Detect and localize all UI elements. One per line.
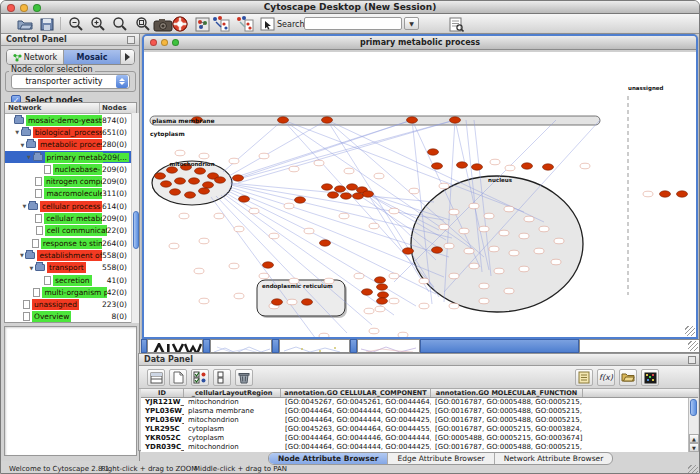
select-attributes-icon[interactable] xyxy=(191,369,209,386)
node[interactable] xyxy=(489,246,499,252)
edge[interactable] xyxy=(231,120,455,181)
node[interactable] xyxy=(499,230,509,236)
node-selected-red[interactable] xyxy=(263,262,274,268)
node[interactable] xyxy=(175,150,185,156)
node-selected-red[interactable] xyxy=(189,178,200,184)
node[interactable] xyxy=(389,273,399,279)
background-window-edge[interactable] xyxy=(420,339,579,353)
unselect-attributes-icon[interactable] xyxy=(213,369,231,386)
node-selected-red[interactable] xyxy=(161,181,172,187)
tab-scroll-right-button[interactable] xyxy=(121,50,134,64)
node[interactable] xyxy=(479,226,489,232)
table-scrollbar-thumb[interactable] xyxy=(690,399,697,416)
node-selected-red[interactable] xyxy=(362,289,373,295)
node-selected-red[interactable] xyxy=(185,192,196,198)
node[interactable] xyxy=(509,250,519,256)
node[interactable] xyxy=(524,216,534,222)
tree-item-macromolecule[interactable]: macromolecule311(0) xyxy=(5,188,136,200)
node-selected-red[interactable] xyxy=(407,117,418,123)
node-selected-red[interactable] xyxy=(295,197,306,203)
node-selected-red[interactable] xyxy=(353,193,364,199)
annotation-icon[interactable] xyxy=(258,15,276,33)
node[interactable] xyxy=(439,183,449,189)
node[interactable] xyxy=(464,248,474,254)
formula-builder-icon[interactable]: f(x) xyxy=(597,369,615,386)
view-resize-grip[interactable] xyxy=(685,326,695,336)
tree-item-cellular-metabo[interactable]: cellular metabo209(0) xyxy=(5,212,136,224)
node-selected-red[interactable] xyxy=(203,182,214,188)
node-selected-red[interactable] xyxy=(677,191,688,197)
tree-item-biological-process[interactable]: ▼biological_process651(0) xyxy=(5,126,136,138)
node[interactable] xyxy=(479,298,489,304)
background-window-1[interactable] xyxy=(210,339,272,353)
node[interactable] xyxy=(169,243,179,249)
node-selected-red[interactable] xyxy=(175,178,186,184)
background-window-4[interactable] xyxy=(579,339,700,353)
node[interactable] xyxy=(504,206,514,212)
expander-icon[interactable]: ▼ xyxy=(21,203,28,209)
save-session-icon[interactable] xyxy=(38,15,56,33)
node[interactable] xyxy=(344,168,354,174)
node-selected-red[interactable] xyxy=(660,191,671,197)
node-selected-red[interactable] xyxy=(335,186,346,192)
table-scrollbar[interactable]: ▲ ▼ xyxy=(688,398,698,452)
node-selected-red[interactable] xyxy=(195,168,206,174)
scroll-down-arrow[interactable]: ▼ xyxy=(689,443,699,452)
node[interactable] xyxy=(419,278,429,284)
node-selected-red[interactable] xyxy=(302,299,313,305)
node-selected-red[interactable] xyxy=(377,298,388,304)
tree-item-unassigned[interactable]: unassigned223(0) xyxy=(5,298,136,310)
tree-item-mosaic-demo-yeast[interactable]: mosaic-demo-yeast874(0) xyxy=(5,114,136,126)
node[interactable] xyxy=(199,238,209,244)
column-header[interactable]: annotation.GO CELLULAR_COMPONENT xyxy=(281,389,431,397)
node[interactable] xyxy=(469,203,479,209)
search-input[interactable] xyxy=(304,17,402,30)
node[interactable] xyxy=(234,226,244,232)
node[interactable] xyxy=(449,303,459,309)
node[interactable] xyxy=(554,238,564,244)
edge[interactable] xyxy=(229,120,327,176)
search-options-icon[interactable] xyxy=(447,15,465,33)
node[interactable] xyxy=(439,224,449,230)
column-header[interactable]: ID xyxy=(141,389,184,397)
help-icon[interactable] xyxy=(171,15,189,33)
node[interactable] xyxy=(249,208,259,214)
node-selected-red[interactable] xyxy=(328,192,339,198)
expander-icon[interactable]: ▼ xyxy=(28,265,35,271)
node[interactable] xyxy=(259,153,269,159)
background-window-edge[interactable] xyxy=(350,339,357,353)
node-selected-red[interactable] xyxy=(320,240,331,246)
table-row[interactable]: YPL036W__1mitochondrion[GO:0044464, GO:0… xyxy=(141,416,698,425)
tree-item-overview[interactable]: Overview8(0) xyxy=(5,311,136,323)
expander-icon[interactable]: ▼ xyxy=(19,142,26,148)
node-color-dropdown[interactable]: transporter activity xyxy=(11,74,130,89)
node-selected-red[interactable] xyxy=(341,193,352,199)
node[interactable] xyxy=(289,166,299,172)
node-selected-red[interactable] xyxy=(403,248,414,254)
node[interactable] xyxy=(551,259,561,265)
node-selected-red[interactable] xyxy=(428,149,439,155)
node[interactable] xyxy=(364,308,374,314)
table-row[interactable]: YLR295Ccytoplasm[GO:0045263, GO:0044464,… xyxy=(141,425,698,434)
birdseye-view-panel[interactable] xyxy=(4,326,137,456)
tree-item-response-to-stimulu[interactable]: response to stimulu264(0) xyxy=(5,237,136,249)
background-window-3[interactable] xyxy=(357,339,420,353)
app-resize-grip[interactable] xyxy=(688,465,698,474)
import-attributes-icon[interactable] xyxy=(619,369,637,386)
zoom-selected-icon[interactable] xyxy=(134,15,152,33)
node-selected-red[interactable] xyxy=(239,196,250,202)
node-selected-red[interactable] xyxy=(199,188,210,194)
node-selected-red[interactable] xyxy=(322,117,333,123)
tree-item-multi-organism-pro[interactable]: multi-organism pro42(0) xyxy=(5,286,136,298)
node[interactable] xyxy=(479,283,489,289)
expander-icon[interactable]: ▼ xyxy=(14,129,21,135)
scroll-up-arrow[interactable]: ▲ xyxy=(689,434,699,443)
node-selected-red[interactable] xyxy=(215,177,226,183)
node[interactable] xyxy=(259,273,269,279)
tree-item-cell-communicat[interactable]: cell communicat22(0) xyxy=(5,225,136,237)
network-canvas[interactable]: plasma membranecytoplasmmitochondrionnuc… xyxy=(144,51,696,337)
table-row[interactable]: YDR039C__1mitochondrion[GO:0044464, GO:0… xyxy=(141,443,698,452)
tree-item-secretion[interactable]: secretion41(0) xyxy=(5,274,136,286)
node-selected-red[interactable] xyxy=(322,184,333,190)
tree-item-establishment-of-lo[interactable]: ▼establishment of lo558(0) xyxy=(5,249,136,261)
